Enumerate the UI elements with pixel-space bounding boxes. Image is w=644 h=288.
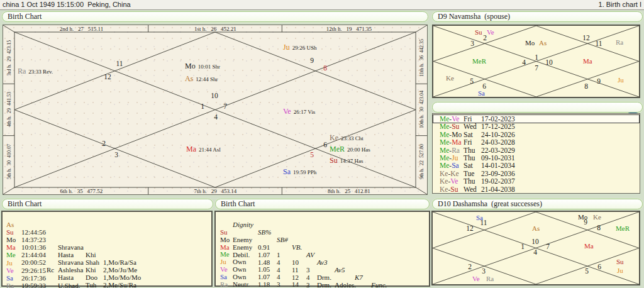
house-sign-number: 1 <box>535 53 538 61</box>
dasha-list[interactable]: Me-Ve Fri 17-02-2023 Me-Su Wed 17-12-202… <box>432 113 640 194</box>
house-cusp-label-10th: 10th h. 30 423.04 <box>419 91 425 128</box>
dasha-row[interactable]: Me-Mo Sat 24-10-2026 <box>433 131 639 138</box>
planet-label: Ra <box>486 275 494 282</box>
house-cusp-label-9th: 9th h. 22 527.80 <box>419 144 425 179</box>
planet-label: Sa 19:59 PPh <box>283 165 316 177</box>
planet-label: Su <box>475 28 482 36</box>
dasha-weekday: Sat <box>464 131 473 138</box>
planet-label: Ra 23:33 Rev. <box>18 65 53 76</box>
dasha-date: 22-03-2029 <box>481 147 515 154</box>
dasha-date: 14-01-2034 <box>481 162 515 169</box>
house-sign-number: 5 <box>470 77 474 85</box>
dasha-date: 17-02-2023 <box>481 115 515 123</box>
house-cusp-label-2nd: 2nd h. 27 515.11 <box>14 25 148 32</box>
d9-chart-lines <box>433 26 639 97</box>
chart-lines <box>3 25 427 194</box>
table-row: Ju Own 1.07 3 18 4 Alr. Dead AK Malefic … <box>216 250 428 258</box>
planet-label: Ke <box>446 74 454 82</box>
house-sign-number: 8 <box>584 82 588 90</box>
dasha-weekday: Fri <box>464 138 472 146</box>
dasha-row[interactable]: Ke-Ke Tue 23-09-2036 <box>433 170 639 177</box>
dasha-weekday: Thu <box>464 177 475 185</box>
planet-label: Ke <box>593 213 601 221</box>
table-row: Sa Neutr. 1.56 4 11 2 Slp. Old PiK Neutr… <box>216 265 428 273</box>
planet-label: Ju <box>618 76 624 84</box>
house-cusp-label-6th: 6th h. 35 477.52 <box>14 187 148 194</box>
dasha-weekday: Tue <box>464 170 474 177</box>
planet-label: Su 14:37 Has <box>330 154 363 165</box>
house-cusp-label-4th: 4th h. 29 441.53 <box>6 92 12 127</box>
house-sign-number: 3 <box>482 267 486 275</box>
d10-header: D10 Dashamsha (great successes) <box>432 199 643 209</box>
dasha-row[interactable]: Me-Su Wed 17-12-2025 <box>433 123 639 130</box>
dasha-date: 19-02-2037 <box>481 177 515 185</box>
dasha-row[interactable]: Ke-Ve Thu 19-02-2037 <box>433 177 639 185</box>
house-sign-number: 11 <box>595 40 602 47</box>
house-cusp-label-7th: 7th h. 29 453.14 <box>148 187 282 194</box>
house-cusp-label-5th: 5th h. 30 410.07 <box>6 144 12 179</box>
dasha-row[interactable]: Me-Ju Thu 09-10-2031 <box>433 154 639 162</box>
planet-label: As 12:44 Shr <box>185 72 218 84</box>
house-sign-number: 2 <box>483 34 487 42</box>
dasha-date: 24-03-2028 <box>481 138 515 146</box>
dasha-row[interactable]: Me-Ve Fri 17-02-2023 <box>433 115 639 123</box>
planet-label: Ve <box>487 28 494 36</box>
d10-chart-diagram[interactable]: 12 11 9 8 10 1 7 4 2 3 5 6 Sa As Mo Ke M… <box>431 211 640 285</box>
dasha-row[interactable]: Ke-Su Wed 21-04-2038 <box>433 186 639 193</box>
dasha-weekday: Sat <box>464 162 473 169</box>
table-row: Sa 19:59:33 P.Phalg. Tah 2,Ve/Ra/Mo <box>3 267 210 274</box>
birth-chart-diagram[interactable]: 2nd h. 27 515.11 1st h. 26 452.21 12th h… <box>3 25 428 195</box>
house-sign-number: 10 <box>531 238 539 245</box>
planet-label: MeR <box>616 224 630 232</box>
planet-label: Mo <box>525 39 535 47</box>
planet-strengths-table: Dignity SB% SB# VB. AV Av3 Av5 K7 Func. … <box>214 211 430 287</box>
table-row: Ke Neutr. 9 Drm. Youth. Benefic 9/9/1 <box>216 280 428 287</box>
table-row: Ra Neutr. 14 3 Drm. Youth. Neutral 3/3/7 <box>216 273 428 280</box>
table1-header: Birth Chart <box>2 199 213 209</box>
house-sign-number: 3 <box>114 151 118 158</box>
table-header-row: Dignity SB% SB# VB. AV Av3 Av5 K7 Func. … <box>216 213 428 221</box>
planet-label: Ve 26:17 Vis <box>283 105 315 116</box>
dasha-weekday: Thu <box>464 154 475 162</box>
house-cusp-label-12th: 12th h. 19 471.35 <box>282 25 416 32</box>
house-sign-number: 4 <box>522 58 526 66</box>
house-sign-number: 1 <box>201 102 204 110</box>
house-sign-number: 3 <box>470 40 474 47</box>
dasha-date: 17-12-2025 <box>481 123 515 130</box>
house-sign-number: 4 <box>533 248 537 256</box>
house-cusp-label-1st: 1st h. 26 452.21 <box>148 25 282 32</box>
planet-label: As <box>539 39 547 47</box>
planet-label: Ma <box>584 242 594 250</box>
dasha-date: 24-10-2026 <box>481 131 515 138</box>
dasha-row[interactable]: Me-Ra Thu 22-03-2029 <box>433 147 639 154</box>
planet-label: Mo 10:01 Shr <box>185 60 220 71</box>
chart-selector-label: 1. Birth chart I <box>599 1 641 8</box>
table-row: Su 14:37:23 Hasta Shah 2,Mo/Ju/Me <box>3 221 210 228</box>
dasha-row[interactable]: Me-Ma Fri 24-03-2028 <box>433 138 639 146</box>
planet-label: Ma 21:44 Asl <box>186 143 221 154</box>
house-sign-number: 6 <box>597 263 601 270</box>
table-row: Me 20:00:52 Rc Hasta Tuh 4,Mo/Ke/Ra <box>3 243 210 251</box>
chart-title-datetime: china 1 Oct 1949 15:15:00 Peking, China <box>3 1 131 8</box>
planet-label: Ve <box>472 275 480 282</box>
house-sign-number: 11 <box>116 60 123 67</box>
planet-label: Sa <box>476 214 483 221</box>
house-sign-number: 5 <box>585 267 589 275</box>
table-row: As 12:44:56 Shravana Khi 1,Mo/Ra/Sa <box>3 213 210 221</box>
house-sign-number: 7 <box>223 102 227 110</box>
house-sign-number: 8 <box>323 64 327 72</box>
table-row: Mo 10:01:36 Shravana Khi 1,Mo/Mo/Mo <box>3 228 210 236</box>
dasha-row[interactable]: Me-Sa Sat 14-01-2034 <box>433 162 639 169</box>
main-chart-header: Birth Chart <box>2 11 428 22</box>
dasha-weekday: Wed <box>464 123 477 130</box>
house-sign-number: 7 <box>535 64 538 72</box>
planet-label: Ju 29:26 USh <box>283 41 316 52</box>
planet-label: Ma <box>583 57 592 65</box>
table-row: Ve Own 1.18 2 18 3 Alr. Dead AmK Benefic… <box>216 258 428 265</box>
house-sign-number: 5 <box>310 151 314 158</box>
house-sign-number: 12 <box>466 224 474 232</box>
planet-label: Ju <box>617 267 623 274</box>
d9-chart-diagram[interactable]: 2 3 12 11 1 4 10 7 5 6 8 9 Su Ve Mo As R… <box>432 25 640 98</box>
planet-label: Mo <box>578 213 587 221</box>
house-sign-number: 2 <box>468 263 472 270</box>
